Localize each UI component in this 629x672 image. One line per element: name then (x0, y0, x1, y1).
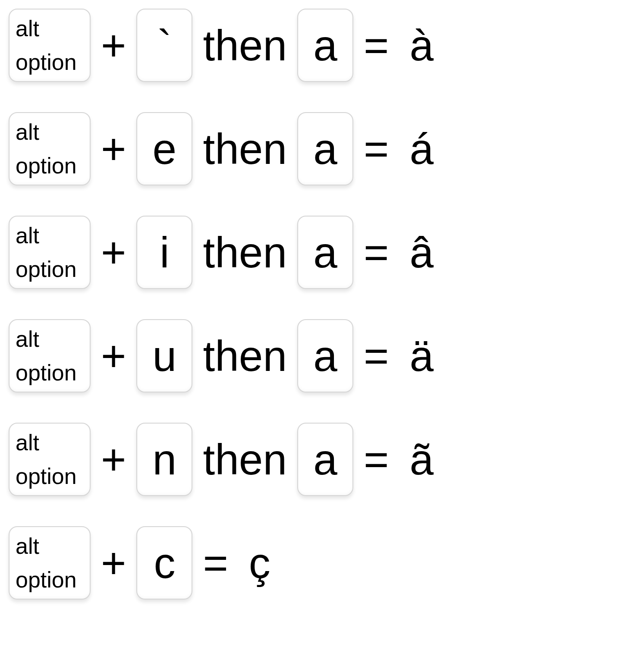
result-char: á (399, 124, 434, 174)
letter-key: a (297, 112, 353, 185)
plus-operator: + (91, 435, 136, 484)
alt-label: alt (16, 219, 90, 252)
modifier-key: u (136, 319, 192, 393)
plus-operator: + (91, 228, 136, 277)
option-label: option (16, 45, 90, 79)
modifier-key: ` (136, 9, 192, 82)
option-label: option (16, 252, 90, 286)
modifier-key: e (136, 112, 192, 185)
modifier-key: n (136, 423, 192, 496)
modifier-key: c (136, 526, 192, 600)
then-label: then (192, 435, 297, 484)
plus-operator: + (91, 538, 136, 588)
equals-operator: = (353, 331, 399, 381)
shortcut-row: altoption+nthena=ã (9, 423, 620, 496)
alt-label: alt (16, 115, 90, 149)
then-label: then (192, 331, 297, 381)
shortcut-row: altoption+ethena=á (9, 112, 620, 185)
result-char: ã (399, 435, 434, 484)
result-char: à (399, 21, 434, 70)
option-label: option (16, 356, 90, 389)
alt-label: alt (16, 529, 90, 563)
shortcut-row: altoption+ithena=â (9, 216, 620, 289)
equals-operator: = (353, 435, 399, 484)
modifier-key: i (136, 216, 192, 289)
alt-option-key: altoption (9, 423, 91, 496)
plus-operator: + (91, 331, 136, 381)
result-char: â (399, 228, 434, 277)
alt-option-key: altoption (9, 526, 91, 600)
alt-label: alt (16, 322, 90, 356)
letter-key: a (297, 319, 353, 393)
letter-key: a (297, 9, 353, 82)
then-label: then (192, 124, 297, 174)
letter-key: a (297, 216, 353, 289)
result-char: ä (399, 331, 434, 381)
equals-operator: = (192, 538, 238, 588)
equals-operator: = (353, 124, 399, 174)
alt-option-key: altoption (9, 319, 91, 393)
alt-option-key: altoption (9, 9, 91, 82)
alt-option-key: altoption (9, 112, 91, 185)
equals-operator: = (353, 228, 399, 277)
then-label: then (192, 21, 297, 70)
alt-label: alt (16, 12, 90, 45)
plus-operator: + (91, 124, 136, 174)
option-label: option (16, 459, 90, 493)
option-label: option (16, 149, 90, 182)
alt-label: alt (16, 426, 90, 459)
alt-option-key: altoption (9, 216, 91, 289)
then-label: then (192, 228, 297, 277)
shortcut-row: altoption+`thena=à (9, 9, 620, 82)
shortcut-row: altoption+uthena=ä (9, 319, 620, 393)
shortcut-row: altoption+c=ç (9, 526, 620, 600)
result-char: ç (239, 538, 270, 588)
equals-operator: = (353, 21, 399, 70)
letter-key: a (297, 423, 353, 496)
plus-operator: + (91, 21, 136, 70)
option-label: option (16, 563, 90, 597)
